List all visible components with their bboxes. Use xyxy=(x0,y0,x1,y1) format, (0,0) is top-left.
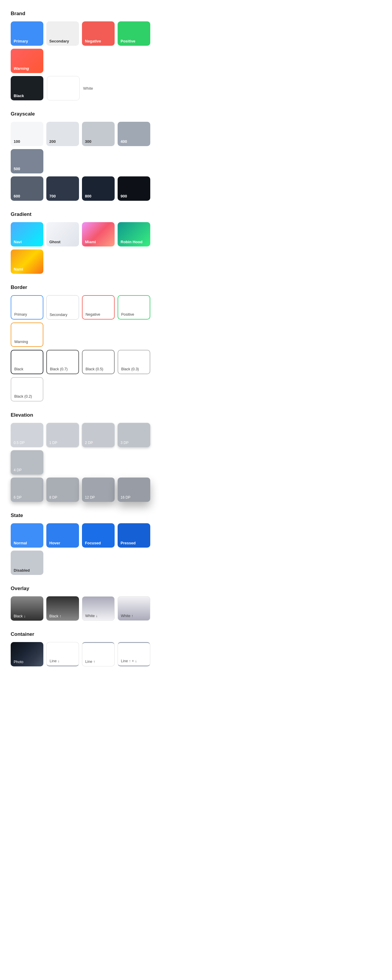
swatch-navi: Navi xyxy=(11,222,43,247)
swatch-state-pressed: Pressed xyxy=(118,523,150,547)
swatch-elev-4: 4 DP xyxy=(11,450,43,474)
grayscale-row-1: 100 200 300 400 500 xyxy=(11,122,185,173)
border-row-2: Black Black (0.7) Black (0.5) Black (0.3… xyxy=(11,350,185,401)
swatch-g800: 800 xyxy=(82,177,115,201)
swatch-state-normal: Normal xyxy=(11,523,43,547)
swatch-elev-6: 6 DP xyxy=(11,477,43,502)
grayscale-title: Grayscale xyxy=(11,111,185,117)
swatch-g700: 700 xyxy=(46,177,79,201)
swatch-state-disabled: Disabled xyxy=(11,550,43,575)
swatch-container-line-updown: Line ↑ + ↓ xyxy=(118,642,150,667)
swatch-overlay-white-down-label: White ↓ xyxy=(85,614,98,618)
swatch-elev-2-label: 2 DP xyxy=(85,441,93,445)
brand-row-2: Black White xyxy=(11,76,185,100)
swatch-g200: 200 xyxy=(46,122,79,146)
swatch-overlay-white-down: White ↓ xyxy=(82,596,115,620)
swatch-elev-8-label: 8 DP xyxy=(49,495,57,500)
swatch-g500: 500 xyxy=(11,149,43,173)
swatch-elev-12: 12 DP xyxy=(82,477,115,502)
swatch-g300: 300 xyxy=(82,122,115,146)
swatch-border-black-07: Black (0.7) xyxy=(46,350,79,374)
swatch-elev-4-label: 4 DP xyxy=(14,468,22,472)
swatch-overlay-black-down-label: Black ↓ xyxy=(14,614,25,618)
swatch-state-hover: Hover xyxy=(46,523,79,547)
swatch-overlay-black-up: Black ↑ xyxy=(46,596,79,620)
swatch-container-line-updown-label: Line ↑ + ↓ xyxy=(121,659,137,663)
swatch-white xyxy=(47,76,80,100)
swatch-robinhood-label: Robin Hood xyxy=(121,240,143,244)
swatch-g200-label: 200 xyxy=(49,139,56,144)
swatch-nami: Nami xyxy=(11,250,43,274)
swatch-g900: 900 xyxy=(118,177,150,201)
swatch-border-secondary-label: Secondary xyxy=(49,313,67,317)
brand-section: Brand Primary Secondary Negative Positiv… xyxy=(11,11,185,100)
gradient-row-1: Navi Ghost Miami Robin Hood Nami xyxy=(11,222,185,274)
swatch-border-black-label: Black xyxy=(14,367,24,371)
swatch-g500-label: 500 xyxy=(14,167,20,171)
swatch-elev-05-label: 0.5 DP xyxy=(14,441,25,445)
swatch-navi-label: Navi xyxy=(14,240,22,244)
swatch-robinhood: Robin Hood xyxy=(118,222,150,247)
swatch-border-primary-label: Primary xyxy=(14,312,27,317)
swatch-positive: Positive xyxy=(118,21,150,46)
swatch-border-positive-label: Positive xyxy=(121,312,134,317)
border-title: Border xyxy=(11,285,185,290)
swatch-elev-05: 0.5 DP xyxy=(11,423,43,447)
elevation-row-1: 0.5 DP 1 DP 2 DP 3 DP 4 DP xyxy=(11,423,185,474)
swatch-border-black-03: Black (0.3) xyxy=(118,350,150,374)
swatch-secondary-label: Secondary xyxy=(49,39,69,43)
swatch-g300-label: 300 xyxy=(85,139,91,144)
swatch-elev-3-label: 3 DP xyxy=(121,441,129,445)
swatch-g800-label: 800 xyxy=(85,194,91,198)
swatch-g700-label: 700 xyxy=(49,194,56,198)
swatch-border-primary: Primary xyxy=(11,295,43,320)
swatch-border-secondary: Secondary xyxy=(46,295,79,320)
swatch-container-line-up-label: Line ↑ xyxy=(85,660,95,664)
elevation-row-2: 6 DP 8 DP 12 DP 16 DP xyxy=(11,477,185,502)
swatch-border-black-05: Black (0.5) xyxy=(82,350,115,374)
container-title: Container xyxy=(11,632,185,637)
swatch-border-black-02-label: Black (0.2) xyxy=(14,395,32,399)
swatch-border-negative: Negative xyxy=(82,295,115,320)
swatch-nami-label: Nami xyxy=(14,267,23,271)
swatch-elev-3: 3 DP xyxy=(118,423,150,447)
swatch-g100-label: 100 xyxy=(14,139,20,144)
swatch-elev-8: 8 DP xyxy=(46,477,79,502)
gradient-title: Gradient xyxy=(11,212,185,217)
swatch-g400: 400 xyxy=(118,122,150,146)
container-section: Container Photo Line ↓ Line ↑ Line ↑ + ↓ xyxy=(11,632,185,667)
swatch-miami-label: Miami xyxy=(85,240,96,244)
swatch-border-warning-label: Warning xyxy=(14,340,28,344)
swatch-overlay-white-up: White ↑ xyxy=(118,596,150,620)
state-title: State xyxy=(11,512,185,519)
swatch-elev-16-label: 16 DP xyxy=(121,495,131,500)
swatch-elev-1-label: 1 DP xyxy=(49,441,57,445)
swatch-border-warning: Warning xyxy=(11,323,43,347)
swatch-state-normal-label: Normal xyxy=(14,541,27,545)
swatch-state-focused: Focused xyxy=(82,523,115,547)
swatch-g600: 600 xyxy=(11,177,43,201)
state-section: State Normal Hover Focused Pressed Disab… xyxy=(11,512,185,575)
swatch-ghost: Ghost xyxy=(46,222,79,247)
swatch-border-black-07-label: Black (0.7) xyxy=(50,367,68,371)
swatch-secondary: Secondary xyxy=(46,21,79,46)
swatch-g400-label: 400 xyxy=(121,139,127,144)
swatch-elev-6-label: 6 DP xyxy=(14,495,22,500)
swatch-overlay-black-down: Black ↓ xyxy=(11,596,43,620)
state-row-1: Normal Hover Focused Pressed Disabled xyxy=(11,523,185,575)
swatch-negative: Negative xyxy=(82,21,115,46)
border-row-1: Primary Secondary Negative Positive Warn… xyxy=(11,295,185,347)
gradient-section: Gradient Navi Ghost Miami Robin Hood Nam… xyxy=(11,212,185,274)
overlay-title: Overlay xyxy=(11,585,185,592)
swatch-g100: 100 xyxy=(11,122,43,146)
grayscale-section: Grayscale 100 200 300 400 500 600 700 80… xyxy=(11,111,185,201)
swatch-container-photo: Photo xyxy=(11,642,43,667)
swatch-container-line-down-label: Line ↓ xyxy=(49,659,59,663)
swatch-miami: Miami xyxy=(82,222,115,247)
swatch-elev-16: 16 DP xyxy=(118,477,150,502)
swatch-elev-1: 1 DP xyxy=(46,423,79,447)
swatch-state-disabled-label: Disabled xyxy=(14,568,30,573)
swatch-border-black-03-label: Black (0.3) xyxy=(121,367,139,371)
elevation-section: Elevation 0.5 DP 1 DP 2 DP 3 DP 4 DP 6 D… xyxy=(11,412,185,502)
swatch-border-black-05-label: Black (0.5) xyxy=(86,367,104,371)
